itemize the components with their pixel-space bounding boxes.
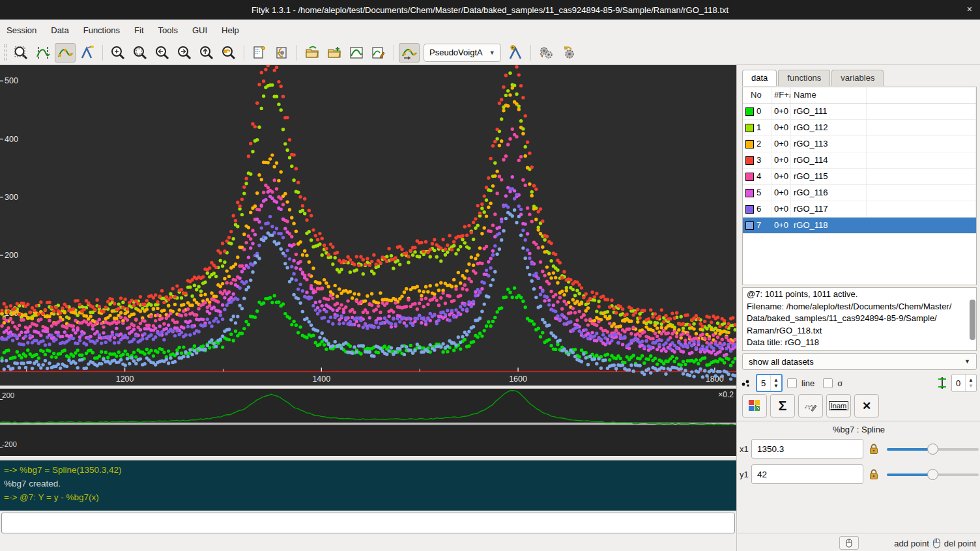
baseline-mode-icon[interactable]: [55, 43, 76, 63]
shift-datasets-icon: [938, 376, 947, 389]
info-scrollbar[interactable]: [970, 300, 975, 340]
zoom-previous-icon[interactable]: [130, 43, 151, 63]
lock-icon[interactable]: [869, 468, 879, 480]
zoom-vertical-icon[interactable]: [196, 43, 217, 63]
svg-text:200: 200: [2, 391, 14, 399]
table-row[interactable]: 50+0rGO_116: [743, 185, 976, 201]
main-plot[interactable]: 1200140016001800100200300400500: [0, 65, 736, 386]
table-row[interactable]: 70+0rGO_118: [743, 218, 976, 234]
param-y1-input[interactable]: [751, 464, 863, 484]
svg-text:500: 500: [5, 76, 18, 85]
mouse-hints-button[interactable]: [839, 536, 859, 550]
shift-spinner[interactable]: 0 ▲▼: [951, 374, 977, 392]
dataset-color-swatch[interactable]: [745, 189, 754, 197]
col-header-name[interactable]: Name: [791, 87, 867, 103]
param-y1-slider[interactable]: [887, 468, 979, 480]
function-type-dropdown[interactable]: PseudoVoigtA ▼: [424, 44, 501, 62]
sidebar: datafunctionsvariables No #F+# Name 00+0…: [736, 65, 980, 551]
dataset-color-swatch[interactable]: [745, 140, 754, 148]
toolbar-grip[interactable]: [4, 44, 7, 61]
dataset-color-swatch[interactable]: [745, 156, 754, 165]
show-datasets-dropdown[interactable]: show all datasets ▼: [742, 353, 977, 370]
data-export-icon[interactable]: [368, 43, 389, 63]
param-x1-input[interactable]: [751, 439, 863, 459]
svg-text:200: 200: [5, 251, 18, 260]
col-header-ff[interactable]: #F+#: [771, 87, 791, 103]
zoom-undo-icon[interactable]: [218, 43, 239, 63]
dataset-color-swatch[interactable]: [745, 221, 754, 230]
menu-gui[interactable]: GUI: [192, 25, 207, 35]
zoom-left-icon[interactable]: [152, 43, 173, 63]
zoom-right-icon[interactable]: [174, 43, 195, 63]
dataset-ff: 0+0: [771, 152, 791, 168]
panel-divider: [737, 421, 980, 421]
param-x1-slider[interactable]: [887, 443, 979, 455]
strip-background-icon[interactable]: [399, 43, 420, 63]
dataset-name: rGO_114: [791, 152, 867, 168]
edit-data-icon[interactable]: [346, 43, 367, 63]
zoom-select-mode-icon[interactable]: [10, 43, 31, 63]
svg-text:1400: 1400: [312, 374, 330, 384]
execute-script-icon[interactable]: [271, 43, 292, 63]
fit-continue-icon[interactable]: [558, 43, 579, 63]
dataset-color-swatch[interactable]: [745, 173, 754, 181]
menu-session[interactable]: Session: [7, 25, 36, 35]
aux-splitter[interactable]: [0, 456, 736, 460]
param-label: x1: [740, 444, 751, 454]
append-data-icon[interactable]: [324, 43, 345, 63]
data-range-mode-icon[interactable]: [33, 43, 53, 63]
col-header-no[interactable]: No: [743, 87, 771, 103]
rename-dataset-icon[interactable]: Inam: [826, 394, 851, 417]
add-function-icon[interactable]: [505, 43, 526, 63]
info-line: Raman/rGO_118.txt: [747, 325, 972, 337]
lock-icon[interactable]: [869, 443, 879, 455]
point-size-spinner[interactable]: 5 ▲▼: [756, 374, 783, 392]
dataset-color-swatch[interactable]: [745, 124, 754, 132]
fit-run-icon[interactable]: [536, 43, 556, 63]
delete-dataset-icon[interactable]: ✕: [854, 394, 879, 417]
script-log-icon[interactable]: [249, 43, 270, 63]
aux-plot[interactable]: 200-200×0.2: [0, 389, 736, 456]
tab-variables[interactable]: variables: [831, 70, 884, 86]
param-label: y1: [740, 470, 751, 479]
dataset-color-swatch[interactable]: [745, 107, 754, 116]
slider-thumb[interactable]: [927, 444, 938, 455]
table-row[interactable]: 10+0rGO_112: [743, 120, 976, 136]
open-data-icon[interactable]: [302, 43, 323, 63]
svg-text:1200: 1200: [116, 374, 134, 384]
chevron-down-icon: ▼: [489, 49, 495, 56]
table-row[interactable]: 40+0rGO_115: [743, 169, 976, 185]
function-title: %bg7 : Spline: [737, 425, 980, 434]
menu-functions[interactable]: Functions: [83, 25, 120, 35]
tab-data[interactable]: data: [742, 70, 777, 86]
close-icon[interactable]: ×: [967, 4, 972, 14]
sigma-checkbox-label: σ: [837, 378, 843, 388]
param-row-x1: x1: [740, 438, 979, 459]
sigma-checkbox[interactable]: [823, 378, 833, 388]
menu-help[interactable]: Help: [222, 25, 239, 35]
tab-functions[interactable]: functions: [778, 70, 830, 86]
sum-datasets-icon[interactable]: Σ: [770, 394, 795, 417]
dataset-colors-icon[interactable]: [742, 394, 767, 417]
edit-functions-icon[interactable]: [798, 394, 823, 417]
console-line: =-> %bg7 = Spline(1350.3,42): [4, 463, 732, 477]
line-checkbox[interactable]: [787, 378, 797, 388]
svg-text:-200: -200: [2, 440, 17, 448]
add-peak-mode-icon[interactable]: [77, 43, 98, 63]
shift-value: 0: [952, 378, 965, 388]
dataset-no: 0: [743, 104, 771, 119]
table-row[interactable]: 30+0rGO_114: [743, 152, 976, 169]
menu-data[interactable]: Data: [51, 25, 68, 35]
command-input[interactable]: [1, 513, 735, 533]
table-row[interactable]: 60+0rGO_117: [743, 201, 976, 218]
dataset-ff: 0+0: [771, 120, 791, 135]
menu-fit[interactable]: Fit: [134, 25, 143, 35]
mouse-icon: [844, 539, 854, 548]
table-row[interactable]: 20+0rGO_113: [743, 136, 976, 152]
menu-tools[interactable]: Tools: [158, 25, 178, 35]
table-row[interactable]: 00+0rGO_111: [743, 104, 976, 120]
slider-thumb[interactable]: [927, 469, 938, 480]
zoom-all-icon[interactable]: [108, 43, 128, 63]
dataset-color-swatch[interactable]: [745, 205, 754, 214]
info-line: @7: 1011 points, 1011 active.: [747, 289, 972, 301]
